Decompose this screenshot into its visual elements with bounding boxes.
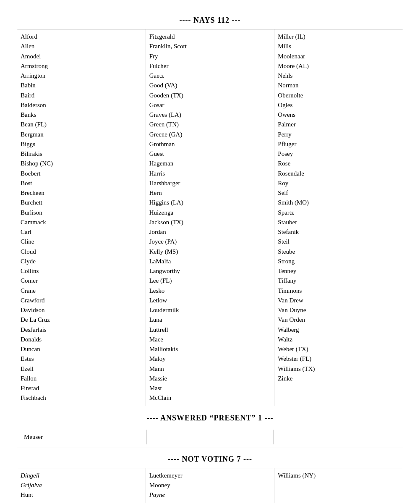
nays-name: Donalds (21, 335, 142, 344)
nays-name: Pfluger (278, 139, 399, 149)
nays-name: Higgins (LA) (149, 198, 271, 207)
nays-name: Roy (278, 178, 399, 188)
not-voting-name: Williams (NY) (278, 471, 399, 480)
nays-name: Rose (278, 159, 399, 168)
nays-name: Mace (149, 335, 271, 344)
present-table-inner: Meuser (21, 430, 399, 444)
nays-table-inner: AlfordAllenAmodeiArmstrongArringtonBabin… (17, 29, 403, 406)
nays-name: Green (TN) (149, 120, 271, 129)
not-voting-name: Hunt (21, 490, 142, 500)
nays-name: Stauber (278, 218, 399, 227)
nays-name: Gaetz (149, 71, 271, 81)
not-voting-name: Luetkemeyer (149, 471, 271, 480)
nays-name: Spartz (278, 208, 399, 218)
nays-name: Posey (278, 149, 399, 159)
nays-col2: FitzgeraldFranklin, ScottFryFulcherGaetz… (146, 29, 275, 406)
nays-name: Malliotakis (149, 344, 271, 354)
not-voting-name: Grijalva (21, 480, 142, 490)
nays-name: Balderson (21, 100, 142, 110)
nays-name: Biggs (21, 139, 142, 149)
nays-name: Zinke (278, 374, 399, 383)
nays-name: Clyde (21, 257, 142, 266)
nays-name: Obernolte (278, 91, 399, 100)
nays-name: Bergman (21, 130, 142, 139)
nays-name: Van Orden (278, 315, 399, 325)
nays-name: McClain (149, 393, 271, 403)
nays-name: Perry (278, 130, 399, 139)
present-col3 (274, 430, 399, 444)
nays-name: Mast (149, 383, 271, 393)
nays-name: Allen (21, 42, 142, 51)
present-name: Meuser (24, 432, 143, 442)
nays-name: LaMalfa (149, 257, 271, 266)
nays-name: Harris (149, 169, 271, 178)
nays-name: Burlison (21, 208, 142, 218)
nays-name: Letlow (149, 296, 271, 305)
nays-name: Webster (FL) (278, 354, 399, 364)
nays-name: Strong (278, 257, 399, 266)
nays-name: Bost (21, 178, 142, 188)
nays-name: Jackson (TX) (149, 218, 271, 227)
nays-name: Gooden (TX) (149, 91, 271, 100)
not-voting-title: ---- NOT VOTING 7 --- (17, 455, 403, 464)
nays-name: Finstad (21, 383, 142, 393)
nays-col1: AlfordAllenAmodeiArmstrongArringtonBabin… (17, 29, 146, 406)
nays-name: Maloy (149, 354, 271, 364)
nays-name: Hern (149, 188, 271, 198)
nays-name: Self (278, 188, 399, 198)
nays-name: Cloud (21, 247, 142, 257)
nays-name: Good (VA) (149, 81, 271, 90)
nays-name: Guest (149, 149, 271, 159)
nays-name: DesJarlais (21, 325, 142, 335)
nays-name: Norman (278, 81, 399, 90)
not-voting-col3: Williams (NY) (274, 468, 403, 503)
nays-name: Grothman (149, 139, 271, 149)
nays-name: Gosar (149, 100, 271, 110)
nays-name: Collins (21, 266, 142, 276)
nays-name: Boebert (21, 169, 142, 178)
nays-name: Tiffany (278, 276, 399, 286)
nays-name: Van Duyne (278, 305, 399, 315)
nays-name: Hageman (149, 159, 271, 168)
nays-name: Fallon (21, 374, 142, 383)
nays-table: AlfordAllenAmodeiArmstrongArringtonBabin… (17, 29, 403, 406)
nays-name: Bean (FL) (21, 120, 142, 129)
present-table: Meuser (17, 427, 403, 447)
nays-name: Stefanik (278, 227, 399, 237)
nays-name: Cammack (21, 218, 142, 227)
not-voting-table: DingellGrijalvaHunt LuetkemeyerMooneyPay… (17, 468, 403, 503)
nays-name: Owens (278, 110, 399, 120)
nays-name: Bilirakis (21, 149, 142, 159)
nays-name: Greene (GA) (149, 130, 271, 139)
nays-name: De La Cruz (21, 315, 142, 325)
nays-name: Van Drew (278, 296, 399, 305)
not-voting-name: Dingell (21, 471, 142, 480)
nays-name: Duncan (21, 344, 142, 354)
nays-name: Moore (AL) (278, 61, 399, 71)
not-voting-col1: DingellGrijalvaHunt (17, 468, 146, 503)
nays-name: Carl (21, 227, 142, 237)
nays-name: Fry (149, 52, 271, 61)
nays-name: Weber (TX) (278, 344, 399, 354)
nays-name: Timmons (278, 286, 399, 296)
nays-name: Davidson (21, 305, 142, 315)
nays-name: Williams (TX) (278, 364, 399, 374)
nays-name: Fulcher (149, 61, 271, 71)
nays-name: Lee (FL) (149, 276, 271, 286)
nays-col3: Miller (IL)MillsMoolenaarMoore (AL)Nehls… (274, 29, 403, 406)
nays-name: Bishop (NC) (21, 159, 142, 168)
nays-name: Tenney (278, 266, 399, 276)
nays-name: Moolenaar (278, 52, 399, 61)
nays-name: Cline (21, 237, 142, 247)
present-col1: Meuser (21, 430, 147, 444)
nays-name: Babin (21, 81, 142, 90)
nays-name: Joyce (PA) (149, 237, 271, 247)
present-title: ---- ANSWERED “PRESENT” 1 --- (17, 414, 403, 423)
nays-name: Rosendale (278, 169, 399, 178)
not-voting-col2: LuetkemeyerMooneyPayne (146, 468, 275, 503)
nays-name: Loudermilk (149, 305, 271, 315)
nays-name: Crawford (21, 296, 142, 305)
nays-name: Luttrell (149, 325, 271, 335)
not-voting-table-inner: DingellGrijalvaHunt LuetkemeyerMooneyPay… (17, 468, 403, 503)
nays-name: Fitzgerald (149, 32, 271, 42)
